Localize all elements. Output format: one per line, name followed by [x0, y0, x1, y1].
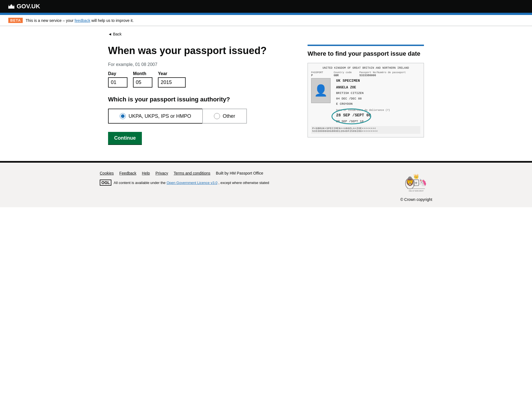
radio-option-other[interactable]: Other	[202, 109, 247, 124]
footer-feedback-link[interactable]: Feedback	[119, 171, 136, 175]
nationality: BRITISH CITIZEN	[336, 91, 420, 96]
radio-other-input[interactable]	[214, 113, 220, 119]
svg-rect-9	[408, 188, 425, 189]
mrz-line-1: P<GBRUK<SPECIMEN<<ANGELA<ZOE<<<<<<<<	[312, 127, 419, 130]
crown-emblem-icon: 🦁 ⚜ 🦄 👑 DIEU ET MON DROIT	[404, 171, 429, 196]
gov-header: GOV.UK	[0, 0, 532, 13]
footer: Cookies Feedback Help Privacy Terms and …	[0, 163, 532, 207]
country-code: GBR	[334, 74, 352, 77]
radio-ukpa-label: UKPA, UKPS, IPS or HMPO	[129, 113, 191, 119]
blue-bar	[0, 13, 532, 15]
sidebar-title: Where to find your passport issue date	[308, 50, 424, 57]
footer-cookies-link[interactable]: Cookies	[100, 171, 114, 175]
year-field: Year	[158, 71, 186, 88]
day-input[interactable]	[108, 77, 127, 88]
footer-links: Cookies Feedback Help Privacy Terms and …	[100, 171, 269, 175]
crown-icon	[8, 3, 14, 9]
copyright-text: © Crown copyright	[400, 197, 432, 202]
gov-logo[interactable]: GOV.UK	[8, 3, 40, 10]
continue-button[interactable]: Continue	[108, 132, 142, 144]
content-grid: When was your passport issued? For examp…	[108, 45, 424, 144]
footer-help-link[interactable]: Help	[142, 171, 150, 175]
svg-text:👑: 👑	[413, 173, 419, 179]
month-field: Month	[133, 71, 152, 88]
radio-other-label: Other	[223, 113, 235, 119]
teal-circle-highlight	[331, 108, 372, 125]
feedback-link[interactable]: feedback	[75, 18, 90, 23]
footer-built-by: Built by HM Passport Office	[216, 171, 263, 175]
radio-option-ukpa[interactable]: UKPA, UKPS, IPS or HMPO	[108, 109, 202, 124]
person-silhouette-icon: 👤	[314, 84, 328, 98]
passport-details: UK SPECIMEN ANGELA ZOE BRITISH CITIZEN 0…	[336, 78, 420, 124]
authority-question: Which is your passport issuing authority…	[108, 96, 291, 103]
passport-name: UK SPECIMEN	[336, 78, 420, 84]
passport-country-header: UNITED KINGDOM OF GREAT BRITAIN AND NORT…	[311, 66, 420, 70]
ogl-text: All content is available under the Open …	[114, 181, 269, 185]
passport-photo: 👤	[311, 78, 331, 103]
gov-logo-text: GOV.UK	[17, 3, 40, 10]
passport-number: 5333380006	[359, 74, 406, 77]
day-field: Day	[108, 71, 127, 88]
passport-body: 👤 UK SPECIMEN ANGELA ZOE BRITISH CITIZEN…	[311, 78, 420, 124]
place-of-birth: E CROYDON	[336, 102, 420, 107]
month-label: Month	[133, 71, 152, 76]
form-section: When was your passport issued? For examp…	[108, 45, 291, 144]
passport-type: P	[311, 74, 323, 77]
holder-name: ANGELA ZOE	[336, 85, 420, 90]
svg-text:🦄: 🦄	[418, 178, 427, 187]
svg-text:⚜: ⚜	[415, 181, 418, 185]
month-input[interactable]	[133, 77, 152, 88]
ogl-section: OGL All content is available under the O…	[100, 180, 269, 186]
passport-card: UNITED KINGDOM OF GREAT BRITAIN AND NORT…	[308, 63, 424, 137]
passport-mrz: P<GBRUK<SPECIMEN<<ANGELA<ZOE<<<<<<<< 533…	[311, 126, 420, 134]
radio-ukpa-input[interactable]	[120, 113, 126, 119]
sidebar: Where to find your passport issue date U…	[308, 45, 424, 137]
footer-terms-link[interactable]: Terms and conditions	[174, 171, 210, 175]
svg-text:DIEU ET MON DROIT: DIEU ET MON DROIT	[409, 190, 424, 192]
radio-group: UKPA, UKPS, IPS or HMPO Other	[108, 109, 291, 124]
page-title: When was your passport issued?	[108, 45, 291, 57]
svg-text:🦁: 🦁	[406, 178, 415, 187]
beta-tag: BETA	[8, 18, 23, 23]
date-of-issue-section: Date of issue/Date de delivrance (7) 28 …	[336, 108, 420, 124]
mrz-line-2: 5333800068G8R8812049F2509286<<<<<<<<<	[312, 130, 419, 133]
date-hint: For example, 01 08 2007	[108, 62, 291, 67]
ogl-logo: OGL	[100, 180, 111, 186]
year-input[interactable]	[158, 77, 186, 88]
main-content: ◄ Back When was your passport issued? Fo…	[100, 26, 432, 161]
crown-copyright: 🦁 ⚜ 🦄 👑 DIEU ET MON DROIT © Crown copyri…	[400, 171, 432, 202]
svg-point-0	[332, 109, 371, 124]
footer-privacy-link[interactable]: Privacy	[155, 171, 168, 175]
beta-banner: BETA This is a new service – your feedba…	[0, 15, 532, 26]
dob: 04 DEC /DEC 88	[336, 96, 420, 101]
date-group: Day Month Year	[108, 71, 291, 88]
back-link[interactable]: ◄ Back	[108, 32, 122, 36]
year-label: Year	[158, 71, 186, 76]
day-label: Day	[108, 71, 127, 76]
beta-text: This is a new service – your feedback wi…	[25, 18, 134, 23]
ogl-link[interactable]: Open Government Licence v3.0	[167, 181, 218, 185]
